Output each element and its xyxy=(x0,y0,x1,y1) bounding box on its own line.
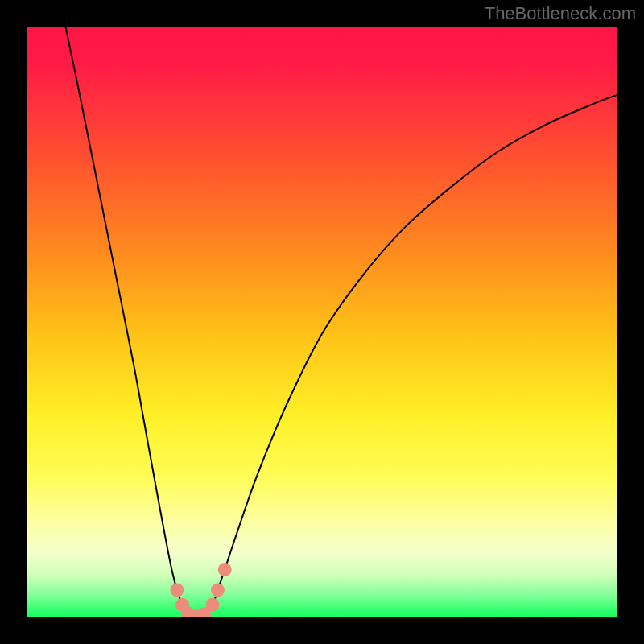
marker-dot xyxy=(170,584,184,597)
chart-container: TheBottleneck.com xyxy=(0,0,644,644)
plot-area xyxy=(27,27,617,617)
watermark-text: TheBottleneck.com xyxy=(485,3,636,24)
bottleneck-curve xyxy=(66,27,617,617)
marker-dot xyxy=(205,598,219,612)
curve-markers xyxy=(170,563,231,617)
marker-dot xyxy=(211,584,225,597)
curve-svg xyxy=(27,27,617,617)
marker-dot xyxy=(218,563,232,576)
